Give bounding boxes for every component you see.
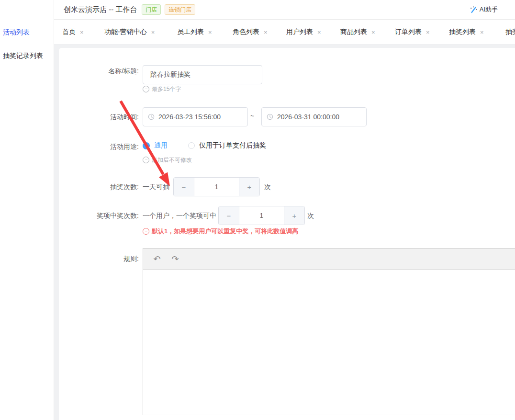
start-time-value: 2026-03-23 15:56:00 bbox=[158, 113, 221, 121]
decrease-button[interactable]: − bbox=[219, 206, 239, 225]
sidebar-item-label: 抽奖记录列表 bbox=[3, 52, 43, 59]
end-time-picker[interactable]: 2026-03-31 00:00:00 bbox=[261, 107, 367, 126]
prize-count-input[interactable] bbox=[239, 206, 284, 225]
start-time-picker[interactable]: 2026-03-23 15:56:00 bbox=[143, 107, 248, 126]
prize-count-stepper: − + bbox=[218, 206, 305, 225]
activity-time-label: 活动时间: bbox=[59, 112, 139, 122]
radio-label: 仅用于订单支付后抽奖 bbox=[199, 141, 266, 150]
tab-label: 角色列表 bbox=[233, 28, 259, 36]
prize-count-suffix: 次 bbox=[307, 211, 314, 220]
rules-label: 规则: bbox=[59, 254, 139, 263]
open-tabs-bar: 首页 × 功能-营销中心 × 员工列表 × 角色列表 × 用户列表 × 商品列表… bbox=[54, 20, 515, 45]
usage-hint: ··· 添加后不可修改 bbox=[143, 156, 192, 164]
tab-order-list[interactable]: 订单列表 × bbox=[395, 20, 430, 45]
rules-rich-text-editor: ↶ ↷ bbox=[143, 248, 515, 415]
radio-unselected-icon bbox=[188, 142, 195, 149]
tab-close-icon[interactable]: × bbox=[80, 29, 84, 36]
tab-label: 抽奖列表 bbox=[449, 28, 476, 36]
clock-icon bbox=[148, 114, 155, 120]
magic-wand-icon bbox=[470, 6, 478, 14]
usage-label: 活动用途: bbox=[59, 142, 139, 151]
hint-bubble-icon: ··· bbox=[143, 86, 149, 92]
editor-toolbar: ↶ ↷ bbox=[143, 249, 515, 270]
tab-close-icon[interactable]: × bbox=[426, 29, 430, 36]
store-type-badge: 门店 bbox=[142, 4, 161, 15]
hint-text: 添加后不可修改 bbox=[152, 156, 192, 164]
name-hint: ··· 最多15个字 bbox=[143, 85, 181, 93]
tab-close-icon[interactable]: × bbox=[371, 29, 375, 36]
hint-bubble-icon: ··· bbox=[143, 228, 149, 235]
undo-icon[interactable]: ↶ bbox=[150, 252, 164, 266]
tab-close-icon[interactable]: × bbox=[264, 29, 268, 36]
tab-label: 商品列表 bbox=[340, 28, 367, 36]
prize-count-label: 奖项中奖次数: bbox=[59, 211, 139, 220]
tab-close-icon[interactable]: × bbox=[317, 29, 321, 36]
tab-staff-list[interactable]: 员工列表 × bbox=[177, 20, 212, 45]
top-header: 创米云演示店 -- 工作台 门店 连锁门店 AI助手 bbox=[54, 0, 515, 20]
editor-content-area[interactable] bbox=[143, 270, 515, 415]
lottery-form-card: 名称/标题: ··· 最多15个字 活动时间: 2026-03-23 15:56… bbox=[59, 48, 515, 420]
tab-home[interactable]: 首页 × bbox=[62, 20, 84, 45]
tab-label: 员工列表 bbox=[177, 28, 204, 36]
radio-order-pay-only[interactable]: 仅用于订单支付后抽奖 bbox=[188, 141, 266, 150]
sidebar-item-label: 活动列表 bbox=[3, 28, 30, 36]
name-title-label: 名称/标题: bbox=[59, 66, 139, 76]
tab-label: 订单列表 bbox=[395, 28, 422, 36]
time-range-separator: ~ bbox=[250, 112, 254, 120]
tab-close-icon[interactable]: × bbox=[480, 29, 484, 36]
tab-role-list[interactable]: 角色列表 × bbox=[233, 20, 268, 45]
draw-count-stepper: − + bbox=[173, 177, 260, 196]
chain-store-badge: 连锁门店 bbox=[165, 4, 195, 15]
hint-bubble-icon: ··· bbox=[143, 157, 149, 163]
tab-lottery-list[interactable]: 抽奖列表 × bbox=[449, 20, 484, 45]
draw-count-label: 抽奖次数: bbox=[59, 182, 139, 192]
draw-count-input[interactable] bbox=[194, 178, 239, 196]
redo-icon[interactable]: ↷ bbox=[168, 252, 182, 266]
tab-label: 抽奖 bbox=[505, 28, 515, 36]
prize-count-prefix: 一个用户，一个奖项可中 bbox=[143, 211, 216, 220]
tab-marketing-center[interactable]: 功能-营销中心 × bbox=[104, 20, 155, 45]
ai-assistant-button[interactable]: AI助手 bbox=[470, 5, 498, 14]
clock-icon bbox=[267, 114, 273, 120]
tab-partial-cut[interactable]: 抽奖 × bbox=[505, 20, 515, 45]
tab-close-icon[interactable]: × bbox=[151, 29, 155, 36]
store-workbench-title: 创米云演示店 -- 工作台 bbox=[64, 5, 137, 14]
draw-count-prefix: 一天可抽 bbox=[143, 182, 169, 192]
ai-assistant-label: AI助手 bbox=[480, 5, 498, 14]
end-time-value: 2026-03-31 00:00:00 bbox=[277, 113, 339, 121]
increase-button[interactable]: + bbox=[284, 206, 304, 225]
main-content: 名称/标题: ··· 最多15个字 活动时间: 2026-03-23 15:56… bbox=[54, 45, 515, 420]
tab-label: 用户列表 bbox=[286, 28, 313, 36]
radio-label: 通用 bbox=[154, 141, 168, 150]
tab-product-list[interactable]: 商品列表 × bbox=[340, 20, 375, 45]
radio-selected-icon bbox=[143, 142, 150, 149]
draw-count-suffix: 次 bbox=[264, 182, 271, 192]
tab-user-list[interactable]: 用户列表 × bbox=[286, 20, 321, 45]
usage-radio-group: 通用 仅用于订单支付后抽奖 bbox=[143, 141, 266, 150]
decrease-button[interactable]: − bbox=[174, 178, 194, 196]
tab-label: 功能-营销中心 bbox=[104, 28, 147, 36]
prize-count-hint: ··· 默认1，如果想要用户可以重复中奖，可将此数值调高 bbox=[143, 227, 298, 235]
increase-button[interactable]: + bbox=[239, 178, 259, 196]
sidebar-item-lottery-records[interactable]: 抽奖记录列表 bbox=[0, 51, 54, 60]
sidebar: 活动列表 抽奖记录列表 bbox=[0, 0, 54, 420]
tab-close-icon[interactable]: × bbox=[208, 29, 212, 36]
tab-label: 首页 bbox=[62, 28, 76, 36]
name-title-input[interactable] bbox=[143, 65, 262, 84]
hint-text: 最多15个字 bbox=[152, 85, 181, 93]
radio-general[interactable]: 通用 bbox=[143, 141, 168, 150]
hint-text: 默认1，如果想要用户可以重复中奖，可将此数值调高 bbox=[152, 227, 298, 235]
sidebar-item-activity-list[interactable]: 活动列表 bbox=[0, 27, 54, 37]
